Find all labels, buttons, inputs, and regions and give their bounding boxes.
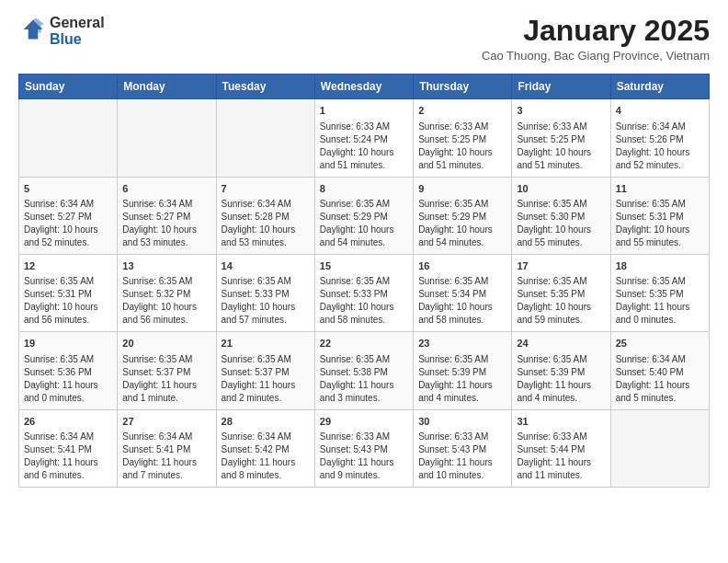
calendar-week-row: 5Sunrise: 6:34 AM Sunset: 5:27 PM Daylig… (19, 177, 710, 254)
day-info: Sunrise: 6:35 AM Sunset: 5:29 PM Dayligh… (418, 198, 506, 249)
day-info: Sunrise: 6:34 AM Sunset: 5:28 PM Dayligh… (222, 198, 310, 249)
day-info: Sunrise: 6:34 AM Sunset: 5:27 PM Dayligh… (122, 198, 210, 249)
day-number: 5 (24, 182, 112, 196)
day-info: Sunrise: 6:35 AM Sunset: 5:37 PM Dayligh… (122, 353, 210, 405)
calendar-day-cell: 26Sunrise: 6:34 AM Sunset: 5:41 PM Dayli… (19, 409, 118, 487)
weekday-header: Friday (512, 75, 610, 99)
day-info: Sunrise: 6:33 AM Sunset: 5:24 PM Dayligh… (320, 121, 408, 172)
day-number: 10 (517, 182, 605, 196)
day-info: Sunrise: 6:35 AM Sunset: 5:39 PM Dayligh… (418, 353, 506, 405)
weekday-header: Thursday (414, 75, 512, 99)
day-info: Sunrise: 6:35 AM Sunset: 5:34 PM Dayligh… (418, 275, 506, 327)
calendar-day-cell: 19Sunrise: 6:35 AM Sunset: 5:36 PM Dayli… (19, 332, 118, 409)
day-number: 27 (122, 415, 210, 429)
calendar-day-cell: 6Sunrise: 6:34 AM Sunset: 5:27 PM Daylig… (118, 177, 216, 254)
calendar-day-cell: 15Sunrise: 6:35 AM Sunset: 5:33 PM Dayli… (314, 254, 413, 331)
day-number: 9 (418, 182, 506, 196)
day-number: 3 (517, 104, 605, 118)
day-info: Sunrise: 6:33 AM Sunset: 5:43 PM Dayligh… (418, 431, 506, 482)
day-number: 4 (616, 104, 704, 118)
calendar-day-cell (610, 409, 709, 487)
calendar-day-cell: 29Sunrise: 6:33 AM Sunset: 5:43 PM Dayli… (314, 409, 413, 487)
day-info: Sunrise: 6:35 AM Sunset: 5:31 PM Dayligh… (24, 275, 112, 327)
weekday-header: Tuesday (216, 75, 314, 99)
calendar-day-cell: 3Sunrise: 6:33 AM Sunset: 5:25 PM Daylig… (512, 99, 610, 177)
month-title: January 2025 (482, 15, 710, 47)
calendar-day-cell: 22Sunrise: 6:35 AM Sunset: 5:38 PM Dayli… (314, 332, 413, 409)
calendar-day-cell: 4Sunrise: 6:34 AM Sunset: 5:26 PM Daylig… (610, 99, 709, 177)
day-info: Sunrise: 6:35 AM Sunset: 5:30 PM Dayligh… (517, 198, 605, 249)
day-number: 28 (222, 415, 310, 429)
day-info: Sunrise: 6:33 AM Sunset: 5:44 PM Dayligh… (517, 431, 605, 482)
day-info: Sunrise: 6:34 AM Sunset: 5:41 PM Dayligh… (24, 431, 112, 482)
calendar-day-cell: 28Sunrise: 6:34 AM Sunset: 5:42 PM Dayli… (216, 409, 314, 487)
logo-text: General Blue (50, 15, 105, 48)
day-info: Sunrise: 6:34 AM Sunset: 5:27 PM Dayligh… (24, 198, 112, 249)
day-info: Sunrise: 6:35 AM Sunset: 5:37 PM Dayligh… (222, 353, 310, 405)
calendar-day-cell: 8Sunrise: 6:35 AM Sunset: 5:29 PM Daylig… (314, 177, 413, 254)
calendar-day-cell: 24Sunrise: 6:35 AM Sunset: 5:39 PM Dayli… (512, 332, 610, 409)
day-number: 20 (122, 337, 210, 350)
day-info: Sunrise: 6:34 AM Sunset: 5:42 PM Dayligh… (222, 431, 310, 482)
day-number: 14 (222, 259, 310, 273)
day-info: Sunrise: 6:35 AM Sunset: 5:33 PM Dayligh… (222, 275, 310, 327)
calendar-day-cell: 14Sunrise: 6:35 AM Sunset: 5:33 PM Dayli… (216, 254, 314, 331)
day-info: Sunrise: 6:33 AM Sunset: 5:43 PM Dayligh… (320, 431, 408, 482)
day-info: Sunrise: 6:35 AM Sunset: 5:35 PM Dayligh… (517, 275, 605, 327)
calendar-day-cell (118, 99, 216, 177)
day-info: Sunrise: 6:35 AM Sunset: 5:35 PM Dayligh… (616, 275, 704, 327)
weekday-header: Wednesday (314, 75, 413, 99)
calendar-day-cell: 7Sunrise: 6:34 AM Sunset: 5:28 PM Daylig… (216, 177, 314, 254)
calendar-week-row: 12Sunrise: 6:35 AM Sunset: 5:31 PM Dayli… (19, 254, 710, 331)
calendar-day-cell: 25Sunrise: 6:34 AM Sunset: 5:40 PM Dayli… (610, 332, 709, 409)
day-info: Sunrise: 6:33 AM Sunset: 5:25 PM Dayligh… (517, 121, 605, 172)
calendar-day-cell: 2Sunrise: 6:33 AM Sunset: 5:25 PM Daylig… (414, 99, 512, 177)
day-number: 24 (517, 337, 605, 350)
day-number: 13 (122, 259, 210, 273)
day-info: Sunrise: 6:34 AM Sunset: 5:40 PM Dayligh… (616, 353, 704, 405)
calendar-table: SundayMondayTuesdayWednesdayThursdayFrid… (18, 74, 710, 488)
calendar-day-cell: 9Sunrise: 6:35 AM Sunset: 5:29 PM Daylig… (414, 177, 512, 254)
calendar-day-cell: 12Sunrise: 6:35 AM Sunset: 5:31 PM Dayli… (19, 254, 118, 331)
day-number: 8 (320, 182, 408, 196)
day-number: 22 (320, 337, 408, 350)
calendar-day-cell: 23Sunrise: 6:35 AM Sunset: 5:39 PM Dayli… (414, 332, 512, 409)
calendar-day-cell: 10Sunrise: 6:35 AM Sunset: 5:30 PM Dayli… (512, 177, 610, 254)
calendar-day-cell: 1Sunrise: 6:33 AM Sunset: 5:24 PM Daylig… (314, 99, 413, 177)
day-number: 21 (222, 337, 310, 350)
day-number: 31 (517, 415, 605, 429)
day-info: Sunrise: 6:34 AM Sunset: 5:41 PM Dayligh… (122, 431, 210, 482)
calendar-day-cell: 11Sunrise: 6:35 AM Sunset: 5:31 PM Dayli… (610, 177, 709, 254)
day-info: Sunrise: 6:35 AM Sunset: 5:29 PM Dayligh… (320, 198, 408, 249)
day-number: 1 (320, 104, 408, 118)
calendar-day-cell: 17Sunrise: 6:35 AM Sunset: 5:35 PM Dayli… (512, 254, 610, 331)
day-number: 17 (517, 259, 605, 273)
title-block: January 2025 Cao Thuong, Bac Giang Provi… (482, 15, 710, 63)
day-info: Sunrise: 6:35 AM Sunset: 5:39 PM Dayligh… (517, 353, 605, 405)
day-info: Sunrise: 6:35 AM Sunset: 5:36 PM Dayligh… (24, 353, 112, 405)
day-number: 7 (222, 182, 310, 196)
weekday-header: Saturday (610, 75, 709, 99)
day-info: Sunrise: 6:35 AM Sunset: 5:38 PM Dayligh… (320, 353, 408, 405)
logo-icon (20, 17, 46, 42)
day-info: Sunrise: 6:35 AM Sunset: 5:31 PM Dayligh… (616, 198, 704, 249)
weekday-header: Monday (118, 75, 216, 99)
calendar-day-cell: 20Sunrise: 6:35 AM Sunset: 5:37 PM Dayli… (118, 332, 216, 409)
calendar-day-cell: 16Sunrise: 6:35 AM Sunset: 5:34 PM Dayli… (414, 254, 512, 331)
calendar-day-cell: 5Sunrise: 6:34 AM Sunset: 5:27 PM Daylig… (19, 177, 118, 254)
calendar-day-cell: 21Sunrise: 6:35 AM Sunset: 5:37 PM Dayli… (216, 332, 314, 409)
day-number: 29 (320, 415, 408, 429)
calendar-day-cell (19, 99, 118, 177)
day-number: 16 (418, 259, 506, 273)
day-number: 18 (616, 259, 704, 273)
calendar-day-cell (216, 99, 314, 177)
day-number: 6 (122, 182, 210, 196)
calendar-day-cell: 31Sunrise: 6:33 AM Sunset: 5:44 PM Dayli… (512, 409, 610, 487)
day-info: Sunrise: 6:33 AM Sunset: 5:25 PM Dayligh… (418, 121, 506, 172)
day-number: 11 (616, 182, 704, 196)
day-number: 12 (24, 259, 112, 273)
calendar-day-cell: 30Sunrise: 6:33 AM Sunset: 5:43 PM Dayli… (414, 409, 512, 487)
location-subtitle: Cao Thuong, Bac Giang Province, Vietnam (482, 49, 710, 63)
day-info: Sunrise: 6:34 AM Sunset: 5:26 PM Dayligh… (616, 121, 704, 172)
calendar-week-row: 1Sunrise: 6:33 AM Sunset: 5:24 PM Daylig… (19, 99, 710, 177)
